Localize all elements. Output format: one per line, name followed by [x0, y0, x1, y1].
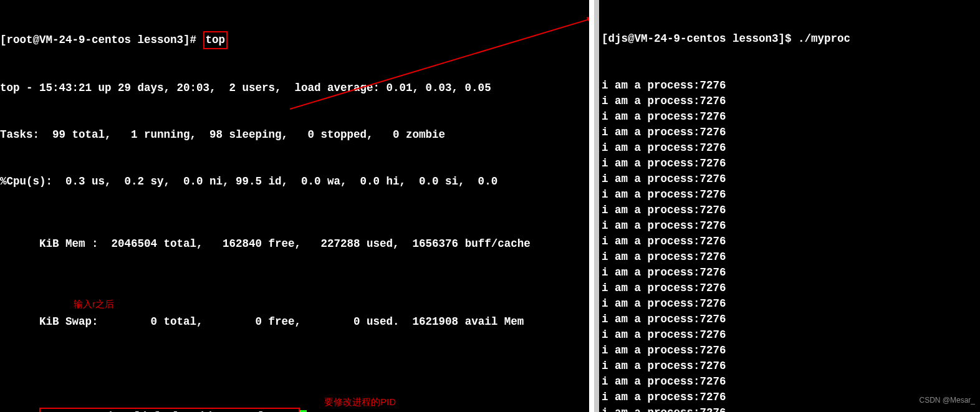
annotation-after-r: 输入r之后 [74, 296, 114, 312]
process-output-line: i am a process:7276 [602, 93, 980, 109]
process-output-line: i am a process:7276 [602, 171, 980, 187]
process-output-line: i am a process:7276 [602, 140, 980, 156]
process-output-line: i am a process:7276 [602, 125, 980, 140]
right-terminal-pane[interactable]: [djs@VM-24-9-centos lesson3]$ ./myproc i… [599, 0, 980, 412]
top-summary-line-5: KiB Swap: 0 total, 0 free, 0 used. 16219… [39, 315, 524, 328]
annotation-arrow [284, 12, 589, 112]
left-terminal-pane[interactable]: [root@VM-24-9-centos lesson3]# top top -… [0, 0, 589, 412]
process-output-line: i am a process:7276 [602, 343, 980, 358]
process-output-line: i am a process:7276 [602, 296, 980, 312]
process-output-line: i am a process:7276 [602, 327, 980, 343]
top-summary-line-3: %Cpu(s): 0.3 us, 0.2 sy, 0.0 ni, 99.5 id… [0, 174, 589, 189]
renice-prompt-label: PID to renice [default pid = 3108] [42, 409, 271, 412]
process-output-line: i am a process:7276 [602, 234, 980, 249]
right-prompt-line: [djs@VM-24-9-centos lesson3]$ ./myproc [602, 31, 980, 47]
process-output-line: i am a process:7276 [602, 218, 980, 234]
top-summary-line-2: Tasks: 99 total, 1 running, 98 sleeping,… [0, 127, 589, 143]
svg-marker-1 [587, 17, 589, 25]
top-summary-line-4: KiB Mem : 2046504 total, 162840 free, 22… [39, 237, 531, 250]
prompt-prefix: [root@VM-24-9-centos lesson3]# [0, 34, 203, 46]
process-output-line: i am a process:7276 [602, 78, 980, 93]
renice-prompt-box: PID to renice [default pid = 3108] 7276 [39, 408, 300, 412]
top-command-box: top [203, 31, 228, 49]
watermark: CSDN @Mesar_ [919, 393, 975, 408]
process-output-line: i am a process:7276 [602, 265, 980, 280]
annotation-pid: 要修改进程的PID [324, 394, 396, 410]
process-output-line: i am a process:7276 [602, 280, 980, 296]
process-output-line: i am a process:7276 [602, 374, 980, 390]
pane-divider[interactable] [589, 0, 599, 412]
process-output-line: i am a process:7276 [602, 187, 980, 203]
process-output-line: i am a process:7276 [602, 156, 980, 171]
process-output-line: i am a process:7276 [602, 249, 980, 265]
process-output-line: i am a process:7276 [602, 203, 980, 218]
svg-line-0 [290, 17, 589, 109]
process-output-line: i am a process:7276 [602, 312, 980, 327]
process-output-line: i am a process:7276 [602, 358, 980, 374]
process-output-line: i am a process:7276 [602, 109, 980, 125]
